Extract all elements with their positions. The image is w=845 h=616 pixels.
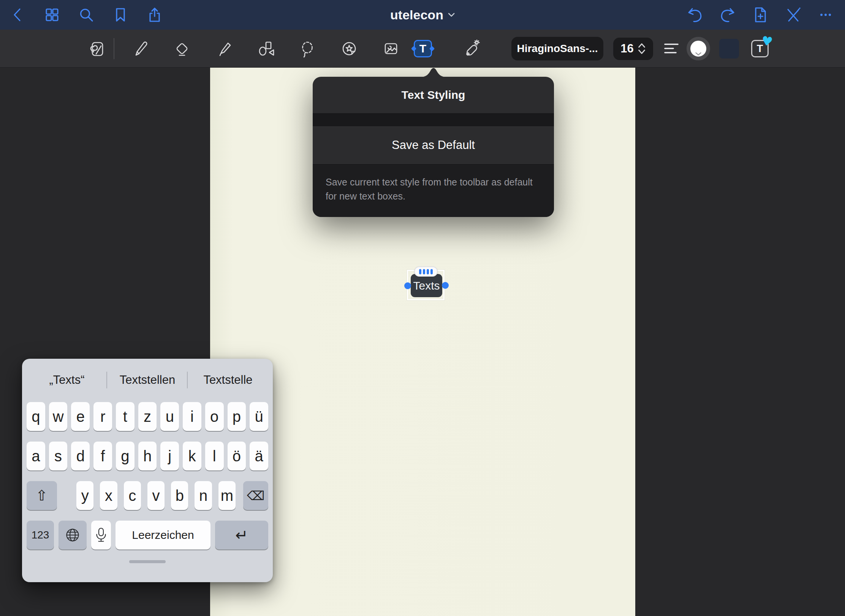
- keyboard-row-1: qwertzuiopü: [27, 402, 268, 431]
- suggestion-textstellen[interactable]: Textstellen: [107, 363, 188, 397]
- eraser-tool-button[interactable]: [173, 40, 191, 58]
- space-key[interactable]: Leerzeichen: [116, 521, 210, 549]
- key-v[interactable]: v: [147, 481, 165, 510]
- topbar-left-group: [9, 6, 163, 24]
- text-tool-glyph: T: [419, 42, 426, 55]
- resize-handle-right[interactable]: [442, 282, 449, 289]
- undo-icon: [686, 6, 704, 24]
- description-line-2: for new text boxes.: [326, 189, 541, 203]
- key-y[interactable]: y: [76, 481, 93, 510]
- drag-bar: [427, 269, 429, 274]
- lasso-icon: [298, 40, 316, 58]
- text-color-swatch[interactable]: [687, 37, 710, 60]
- keyboard-row-3: ⇧ yxcvbnm ⌫: [27, 481, 268, 510]
- lasso-tool-button[interactable]: [298, 40, 316, 58]
- tools-toolbar: T HiraginoSans-... 16 T ♥: [0, 30, 845, 68]
- suggestion-textstelle[interactable]: Textstelle: [188, 363, 268, 397]
- suggestion-bar: „Texts“TextstellenTextstelle: [27, 363, 268, 397]
- undo-button[interactable]: [686, 6, 704, 24]
- textbox-drag-handle[interactable]: [414, 266, 438, 277]
- key-i[interactable]: i: [183, 402, 201, 431]
- swatch-chevron-icon: [695, 52, 702, 56]
- back-button[interactable]: [9, 6, 27, 24]
- dictation-key[interactable]: [91, 521, 111, 549]
- bookmark-button[interactable]: [112, 6, 129, 24]
- key-l[interactable]: l: [205, 442, 224, 470]
- shift-key[interactable]: ⇧: [27, 481, 57, 510]
- share-icon: [146, 6, 163, 23]
- shapes-tool-button[interactable]: [256, 40, 275, 58]
- eraser-icon: [173, 40, 191, 58]
- document-title: utelecon: [390, 8, 443, 22]
- key-k[interactable]: k: [183, 442, 201, 470]
- resize-handle-left[interactable]: [404, 282, 411, 289]
- key-e[interactable]: e: [71, 402, 90, 431]
- key-p[interactable]: p: [228, 402, 246, 431]
- redo-button[interactable]: [719, 6, 736, 24]
- key-w[interactable]: w: [49, 402, 68, 431]
- key-ü[interactable]: ü: [250, 402, 268, 431]
- favorite-text-style-button[interactable]: T ♥: [751, 40, 769, 57]
- numbers-key[interactable]: 123: [27, 521, 54, 549]
- highlighter-tool-button[interactable]: [215, 40, 233, 58]
- drag-bar: [423, 269, 425, 274]
- more-options-button[interactable]: [817, 6, 834, 24]
- ellipsis-icon: [817, 6, 834, 24]
- key-n[interactable]: n: [195, 481, 212, 510]
- text-align-button[interactable]: [663, 40, 680, 57]
- shapes-icon: [256, 40, 275, 58]
- keyboard-drag-handle[interactable]: [129, 560, 166, 563]
- key-d[interactable]: d: [71, 442, 90, 470]
- key-r[interactable]: r: [93, 402, 112, 431]
- highlighter-icon: [215, 40, 233, 58]
- key-a[interactable]: a: [27, 442, 45, 470]
- key-j[interactable]: j: [160, 442, 179, 470]
- key-f[interactable]: f: [93, 442, 112, 470]
- font-family-button[interactable]: HiraginoSans-...: [511, 37, 603, 60]
- readonly-mode-button[interactable]: [784, 6, 802, 24]
- keyboard-row-4: 123 Leerzeichen ↵: [27, 521, 268, 549]
- globe-key[interactable]: [59, 521, 87, 549]
- key-g[interactable]: g: [116, 442, 135, 470]
- return-key[interactable]: ↵: [215, 521, 268, 549]
- backspace-key[interactable]: ⌫: [243, 481, 268, 510]
- toolbar-separator: [114, 38, 114, 59]
- font-size-value: 16: [620, 42, 633, 55]
- pen-icon: [131, 40, 149, 58]
- key-s[interactable]: s: [49, 442, 68, 470]
- save-as-default-button[interactable]: Save as Default: [313, 126, 554, 164]
- key-ö[interactable]: ö: [228, 442, 246, 470]
- key-z[interactable]: z: [138, 402, 157, 431]
- text-tool-button-selected[interactable]: T: [414, 40, 432, 57]
- laser-pointer-tool-button[interactable]: [462, 40, 480, 58]
- stepper-chevrons-icon: [638, 42, 646, 55]
- key-t[interactable]: t: [116, 402, 135, 431]
- keyboard-row-3-letters: yxcvbnm: [76, 481, 236, 510]
- share-button[interactable]: [146, 6, 163, 24]
- back-chevron-icon: [9, 6, 26, 23]
- zoom-window-tool-button[interactable]: [88, 40, 106, 58]
- key-o[interactable]: o: [205, 402, 224, 431]
- document-title-button[interactable]: utelecon: [390, 8, 455, 22]
- text-box[interactable]: Texts: [411, 274, 442, 297]
- key-c[interactable]: c: [124, 481, 141, 510]
- add-page-button[interactable]: [752, 6, 769, 24]
- key-ä[interactable]: ä: [250, 442, 268, 470]
- search-button[interactable]: [78, 6, 95, 24]
- key-x[interactable]: x: [100, 481, 117, 510]
- key-u[interactable]: u: [160, 402, 179, 431]
- secondary-color-swatch[interactable]: [719, 39, 739, 59]
- zoom-window-icon: [88, 40, 106, 58]
- key-h[interactable]: h: [138, 442, 157, 470]
- align-left-icon: [664, 43, 679, 54]
- elements-tool-button[interactable]: [340, 40, 358, 58]
- key-b[interactable]: b: [171, 481, 188, 510]
- font-size-stepper[interactable]: 16: [613, 38, 653, 60]
- key-q[interactable]: q: [27, 402, 45, 431]
- image-tool-button[interactable]: [382, 40, 400, 58]
- suggestion-texts[interactable]: „Texts“: [27, 363, 107, 397]
- pen-tool-button[interactable]: [131, 40, 149, 58]
- key-m[interactable]: m: [218, 481, 236, 510]
- pages-overview-button[interactable]: [43, 6, 61, 24]
- popover-arrow: [420, 68, 447, 77]
